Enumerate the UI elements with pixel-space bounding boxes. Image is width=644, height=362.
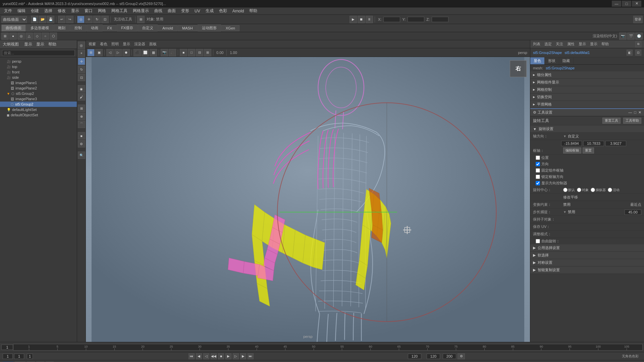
tree-item-imagePlane3[interactable]: 🖼 imagePlane3 — [0, 96, 77, 102]
select-tool-btn[interactable]: ◎ — [77, 16, 85, 23]
reset-tool-btn[interactable]: 重置工具 — [602, 118, 621, 124]
vp-tb-1[interactable]: ⊞ — [87, 49, 95, 56]
tab-curve-surface[interactable]: 曲线/曲面 — [1, 24, 26, 32]
rp-menu-attr[interactable]: 属性 — [567, 42, 575, 47]
undo-btn[interactable]: ↩ — [58, 16, 65, 23]
open-file-btn[interactable]: 📂 — [39, 16, 46, 23]
tree-item-imagePlane2[interactable]: 🖼 imagePlane2 — [0, 85, 77, 91]
rc-object-radio[interactable] — [577, 188, 581, 192]
rotate-tool[interactable]: ↻ — [78, 66, 85, 73]
scale-tool-btn[interactable]: ⊡ — [101, 16, 109, 23]
free-rotate-checkbox[interactable] — [536, 239, 540, 243]
menu-help[interactable]: 帮助 — [247, 7, 260, 14]
rc-default[interactable]: 默认 — [563, 188, 575, 192]
menu-modify[interactable]: 修改 — [55, 7, 68, 14]
rp-menu-show1[interactable]: 显示 — [579, 42, 586, 47]
sub-btn-1[interactable]: ⊞ — [1, 33, 9, 40]
stop-anim-btn[interactable]: ■ — [218, 353, 224, 359]
show-manip-checkbox[interactable] — [536, 181, 540, 185]
rc-manip-radio[interactable] — [591, 188, 595, 192]
next-frame-btn[interactable]: ▶ — [240, 353, 246, 359]
move-tool-btn[interactable]: ✛ — [85, 16, 93, 23]
tab-animate[interactable]: 动画 — [87, 24, 103, 32]
rp-menu-help[interactable]: 帮助 — [601, 42, 609, 47]
goto-start-btn[interactable]: ⏮ — [189, 353, 195, 359]
outliner-display-menu[interactable]: 显示 — [36, 42, 44, 47]
menu-display[interactable]: 显示 — [68, 7, 82, 14]
rp-icon-copy[interactable]: ⧉ — [635, 41, 641, 47]
vp-menu-show[interactable]: 显示 — [123, 42, 130, 47]
move-tool[interactable]: ✛ — [78, 58, 85, 65]
menu-arnold[interactable]: Arnold — [230, 8, 247, 14]
sub-btn-5[interactable]: ◇ — [34, 33, 41, 40]
timeline-bar[interactable]: 1 5 10 15 20 25 30 35 40 45 50 55 60 65 … — [13, 344, 643, 351]
symmetry-section[interactable]: ▶ 对称设置 — [530, 259, 644, 266]
node-material[interactable]: st5:defaultMat1 — [565, 51, 590, 55]
rc-active-radio[interactable] — [608, 188, 612, 192]
position-checkbox[interactable] — [536, 156, 540, 160]
tab-fx-cache[interactable]: FX缓存 — [117, 24, 138, 32]
vp-layout-1[interactable]: ⬛ — [133, 49, 141, 56]
mode-dropdown[interactable]: 曲线/曲面 多边形建模 — [1, 16, 27, 23]
sub-btn-6[interactable]: ○ — [42, 33, 49, 40]
soft-select-tool[interactable]: ◉ — [78, 85, 85, 93]
menu-select[interactable]: 选择 — [42, 7, 55, 14]
pause-btn[interactable]: ⏸ — [366, 16, 373, 23]
rp-menu-list[interactable]: 列表 — [533, 42, 540, 47]
vp-shade-4[interactable]: ⊞ — [204, 49, 211, 56]
vp-shade-3[interactable]: ⊟ — [196, 49, 203, 56]
tree-item-st5group2-parent[interactable]: ▼ ⬡ st5:Group2 — [0, 91, 77, 96]
vp-menu-view[interactable]: 视窗 — [89, 42, 96, 47]
save-file-btn[interactable]: 💾 — [47, 16, 54, 23]
vp-layout-3[interactable]: ▦ — [150, 49, 157, 56]
prev-frame-btn[interactable]: ◀ — [196, 353, 202, 359]
menu-window[interactable]: 窗口 — [82, 7, 95, 14]
rp-resize-btn2[interactable]: ⊡ — [635, 50, 641, 56]
sub-btn-2[interactable]: ● — [9, 33, 17, 40]
tree-item-default-object-set[interactable]: ◼ defaultObjectSet — [0, 112, 77, 118]
tab-display[interactable]: 显色 — [530, 57, 545, 64]
tab-control[interactable]: 控制 — [70, 24, 86, 32]
rc-active[interactable]: 活动 — [608, 188, 620, 192]
render-settings-tool[interactable]: ⚙ — [78, 140, 85, 147]
viewport-canvas[interactable]: 右 persp — [86, 57, 530, 342]
smart-copy-section[interactable]: ▶ 智能复制设置 — [530, 266, 644, 274]
snap-curve-tool[interactable]: ⌒ — [78, 121, 85, 128]
tree-item-persp[interactable]: 🎥 persp — [0, 59, 77, 64]
vp-shade-2[interactable]: □ — [188, 49, 195, 56]
tree-item-top[interactable]: 🎥 top — [0, 64, 77, 69]
x-field[interactable] — [383, 17, 400, 22]
axis-y-field[interactable] — [583, 141, 604, 146]
vp-menu-renderer[interactable]: 渲染器 — [134, 42, 145, 47]
step-val-field[interactable] — [625, 209, 641, 215]
soft-select-section[interactable]: ▶ 软选择 — [530, 252, 644, 259]
axis-z-field[interactable] — [605, 141, 626, 146]
tree-item-default-light-set[interactable]: 💡 defaultLightSet — [0, 107, 77, 112]
rc-object[interactable]: 对象 — [577, 188, 589, 192]
minimize-button[interactable]: — — [612, 1, 621, 7]
max-end-input[interactable] — [443, 354, 456, 359]
stop-btn[interactable]: ⏹ — [358, 16, 365, 23]
menu-curves[interactable]: 曲线 — [152, 7, 165, 14]
lock-axis-checkbox[interactable] — [536, 175, 540, 179]
tree-item-front[interactable]: 🎥 front — [0, 69, 77, 75]
menu-generate[interactable]: 生成 — [203, 7, 216, 14]
snapshot-btn[interactable]: 📷 — [619, 33, 627, 40]
outliner-search[interactable] — [2, 50, 75, 56]
rc-default-radio[interactable] — [563, 188, 568, 192]
snap-grid-tool[interactable]: ⊞ — [78, 105, 85, 112]
scale-tool[interactable]: ⊡ — [78, 74, 85, 81]
tab-mash[interactable]: MASH — [178, 25, 197, 31]
tab-motion[interactable]: 运动图形 — [198, 24, 221, 32]
sub-btn-4[interactable]: △ — [25, 33, 33, 40]
tab-arnold[interactable]: Arnold — [158, 25, 177, 31]
next-key-btn[interactable]: ▷ — [233, 353, 239, 359]
range-start-input[interactable] — [408, 354, 421, 359]
menu-surfaces[interactable]: 曲面 — [165, 7, 178, 14]
rotate-tool-btn[interactable]: ↻ — [93, 16, 101, 23]
login-btn[interactable]: 登录 — [633, 16, 643, 23]
tab-polygon[interactable]: 多边形建模 — [26, 24, 53, 32]
rotate-settings-section[interactable]: ▼ 旋转设置 — [530, 125, 644, 133]
rp-menu-focus[interactable]: 关注 — [556, 42, 563, 47]
direction-checkbox[interactable] — [536, 162, 540, 166]
